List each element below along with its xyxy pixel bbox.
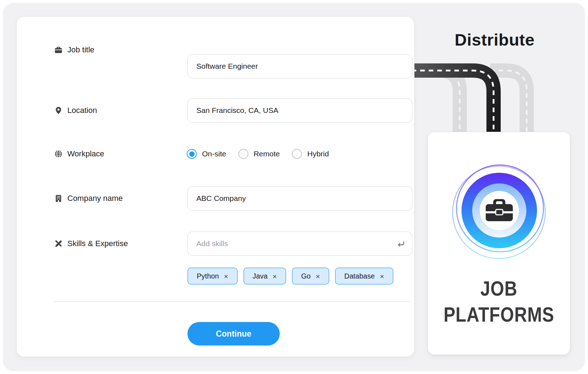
skill-tag-label: Java xyxy=(253,272,268,280)
remove-tag-icon[interactable]: × xyxy=(273,272,277,280)
continue-button[interactable]: Continue xyxy=(187,322,280,346)
job-form-card: Job title Location Workplace xyxy=(16,16,414,357)
radio-circle[interactable] xyxy=(187,149,197,159)
location-label-text: Location xyxy=(67,106,97,115)
location-label: Location xyxy=(54,103,97,118)
company-name-label: Company name xyxy=(54,191,123,206)
distribute-heading: Distribute xyxy=(423,30,566,50)
skills-label-text: Skills & Expertise xyxy=(67,239,128,248)
divider xyxy=(53,301,411,302)
building-icon xyxy=(54,194,63,203)
location-input[interactable] xyxy=(187,98,412,123)
job-platforms-line2: PLATFORMS xyxy=(439,301,559,327)
company-name-input[interactable] xyxy=(187,186,412,211)
remove-tag-icon[interactable]: × xyxy=(380,272,384,280)
skill-tag-python[interactable]: Python × xyxy=(187,267,238,285)
job-title-label: Job title xyxy=(54,42,94,58)
remove-tag-icon[interactable]: × xyxy=(224,272,228,280)
radio-circle[interactable] xyxy=(292,149,302,159)
job-title-label-text: Job title xyxy=(67,45,94,54)
skills-input-wrap xyxy=(187,232,412,256)
skill-tag-label: Database xyxy=(344,272,375,280)
tools-icon xyxy=(54,239,63,248)
enter-icon[interactable] xyxy=(396,239,405,249)
workplace-radio-group: On-site Remote Hybrid xyxy=(187,146,329,162)
radio-remote-label: Remote xyxy=(254,150,280,158)
roads-graphic xyxy=(412,61,570,134)
radio-on-site-label: On-site xyxy=(202,150,226,158)
company-name-label-text: Company name xyxy=(67,194,123,203)
skill-tag-java[interactable]: Java × xyxy=(243,267,287,285)
radio-circle[interactable] xyxy=(238,149,248,159)
workplace-label: Workplace xyxy=(54,146,104,162)
job-platforms-line1: JOB xyxy=(439,275,559,301)
road-left-gray xyxy=(412,71,460,134)
job-platforms-badge-icon xyxy=(447,158,552,263)
job-platforms-card: JOB PLATFORMS xyxy=(428,132,570,355)
remove-tag-icon[interactable]: × xyxy=(316,272,320,280)
skill-tag-label: Go xyxy=(301,272,311,280)
radio-on-site[interactable]: On-site xyxy=(187,149,226,159)
skill-tag-database[interactable]: Database × xyxy=(335,267,393,285)
skill-tag-go[interactable]: Go × xyxy=(292,267,329,285)
radio-hybrid[interactable]: Hybrid xyxy=(292,149,329,159)
job-title-input[interactable] xyxy=(187,54,412,78)
skills-input[interactable] xyxy=(187,232,412,256)
job-platforms-label: JOB PLATFORMS xyxy=(439,275,559,327)
radio-remote[interactable]: Remote xyxy=(238,149,280,159)
globe-icon xyxy=(54,150,63,158)
map-pin-icon xyxy=(54,106,63,115)
skill-tag-list: Python × Java × Go × Database × xyxy=(187,267,393,285)
skill-tag-label: Python xyxy=(197,272,219,280)
page: Distribute xyxy=(0,0,588,374)
radio-hybrid-label: Hybrid xyxy=(307,150,329,158)
workplace-label-text: Workplace xyxy=(67,149,104,159)
skills-label: Skills & Expertise xyxy=(54,236,128,251)
briefcase-icon xyxy=(54,46,63,54)
